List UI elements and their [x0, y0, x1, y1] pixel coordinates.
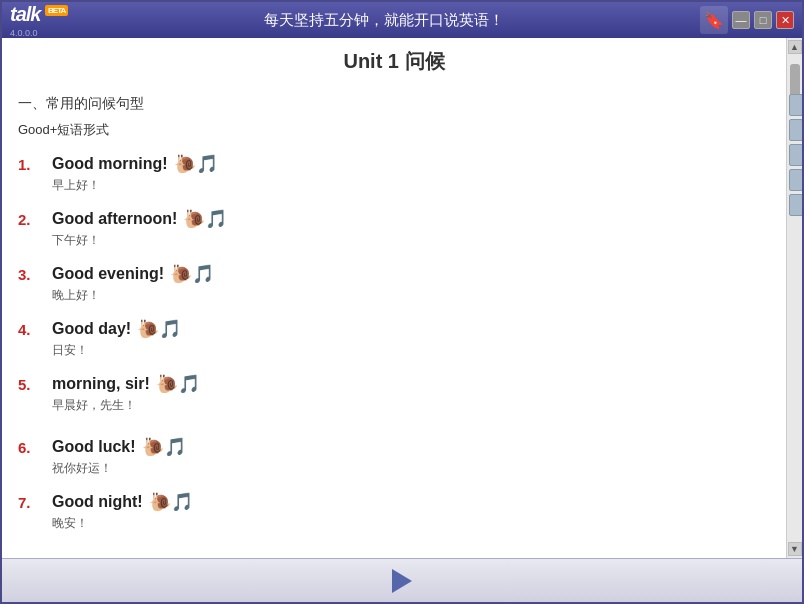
phrase-row: 3. Good evening! 🐌🎵: [18, 263, 770, 285]
phrase-number: 5.: [18, 376, 46, 393]
scrollbar-track[interactable]: [789, 54, 801, 542]
section-title: 一、常用的问候句型: [18, 95, 770, 113]
audio-icon[interactable]: 🐌🎵: [174, 153, 218, 175]
beta-badge: BETA: [45, 5, 68, 16]
audio-icon[interactable]: 🐌🎵: [137, 318, 181, 340]
phrase-english: Good evening!: [52, 265, 164, 283]
list-item: 4. Good day! 🐌🎵 日安！: [18, 318, 770, 359]
app-title: 每天坚持五分钟，就能开口说英语！: [68, 11, 700, 30]
phrase-english: Good afternoon!: [52, 210, 177, 228]
phrase-number: 2.: [18, 211, 46, 228]
bottom-bar: [2, 558, 802, 602]
list-item: 1. Good morning! 🐌🎵 早上好！: [18, 153, 770, 194]
audio-icon[interactable]: 🐌🎵: [149, 491, 193, 513]
list-item: 7. Good night! 🐌🎵 晚安！: [18, 491, 770, 532]
phrase-english: Good night!: [52, 493, 143, 511]
audio-icon[interactable]: 🐌🎵: [170, 263, 214, 285]
phrase-translation: 早上好！: [52, 177, 770, 194]
title-bar-right: 🔖 — □ ✕: [700, 6, 794, 34]
app-logo-area: talk BETA 4.0.0.0: [10, 3, 68, 38]
phrase-translation: 晚安！: [52, 515, 770, 532]
play-button[interactable]: [385, 564, 419, 598]
minimize-button[interactable]: —: [732, 11, 750, 29]
phrase-row: 4. Good day! 🐌🎵: [18, 318, 770, 340]
phrase-number: 3.: [18, 266, 46, 283]
side-nav-btn-4[interactable]: [789, 169, 803, 191]
main-content[interactable]: Unit 1 问候 一、常用的问候句型 Good+短语形式 1. Good mo…: [2, 38, 786, 558]
audio-icon[interactable]: 🐌🎵: [142, 436, 186, 458]
audio-icon[interactable]: 🐌🎵: [156, 373, 200, 395]
list-item: 6. Good luck! 🐌🎵 祝你好运！: [18, 436, 770, 477]
phrase-translation: 晚上好！: [52, 287, 770, 304]
list-item: 2. Good afternoon! 🐌🎵 下午好！: [18, 208, 770, 249]
maximize-button[interactable]: □: [754, 11, 772, 29]
audio-icon[interactable]: 🐌🎵: [183, 208, 227, 230]
app-version: 4.0.0.0: [10, 28, 68, 38]
app-window: talk BETA 4.0.0.0 每天坚持五分钟，就能开口说英语！ 🔖 — □…: [0, 0, 804, 604]
pattern-label: Good+短语形式: [18, 121, 770, 139]
unit-title: Unit 1 问候: [18, 48, 770, 75]
phrase-translation: 祝你好运！: [52, 460, 770, 477]
play-icon: [392, 569, 412, 593]
side-nav-btn-1[interactable]: [789, 94, 803, 116]
phrase-english: morning, sir!: [52, 375, 150, 393]
side-nav-btn-5[interactable]: [789, 194, 803, 216]
bookmark-icon[interactable]: 🔖: [700, 6, 728, 34]
side-nav-btn-3[interactable]: [789, 144, 803, 166]
phrase-number: 7.: [18, 494, 46, 511]
phrase-row: 7. Good night! 🐌🎵: [18, 491, 770, 513]
side-nav-btn-2[interactable]: [789, 119, 803, 141]
scroll-up-button[interactable]: ▲: [788, 40, 802, 54]
title-bar-left: talk BETA 4.0.0.0: [10, 3, 68, 38]
phrase-translation: 早晨好，先生！: [52, 397, 770, 414]
content-area: Unit 1 问候 一、常用的问候句型 Good+短语形式 1. Good mo…: [2, 38, 802, 558]
phrase-number: 4.: [18, 321, 46, 338]
scrollbar[interactable]: ▲ ▼: [786, 38, 802, 558]
list-item: 3. Good evening! 🐌🎵 晚上好！: [18, 263, 770, 304]
phrase-english: Good day!: [52, 320, 131, 338]
phrase-number: 6.: [18, 439, 46, 456]
phrase-row: 2. Good afternoon! 🐌🎵: [18, 208, 770, 230]
phrase-row: 6. Good luck! 🐌🎵: [18, 436, 770, 458]
app-logo: talk BETA: [10, 3, 68, 25]
close-button[interactable]: ✕: [776, 11, 794, 29]
list-item: 5. morning, sir! 🐌🎵 早晨好，先生！: [18, 373, 770, 414]
phrase-row: 5. morning, sir! 🐌🎵: [18, 373, 770, 395]
phrase-english: Good morning!: [52, 155, 168, 173]
phrase-number: 1.: [18, 156, 46, 173]
title-bar: talk BETA 4.0.0.0 每天坚持五分钟，就能开口说英语！ 🔖 — □…: [2, 2, 802, 38]
phrase-list: 1. Good morning! 🐌🎵 早上好！ 2. Good afterno…: [18, 153, 770, 532]
phrase-english: Good luck!: [52, 438, 136, 456]
scroll-down-button[interactable]: ▼: [788, 542, 802, 556]
phrase-translation: 日安！: [52, 342, 770, 359]
phrase-row: 1. Good morning! 🐌🎵: [18, 153, 770, 175]
phrase-translation: 下午好！: [52, 232, 770, 249]
